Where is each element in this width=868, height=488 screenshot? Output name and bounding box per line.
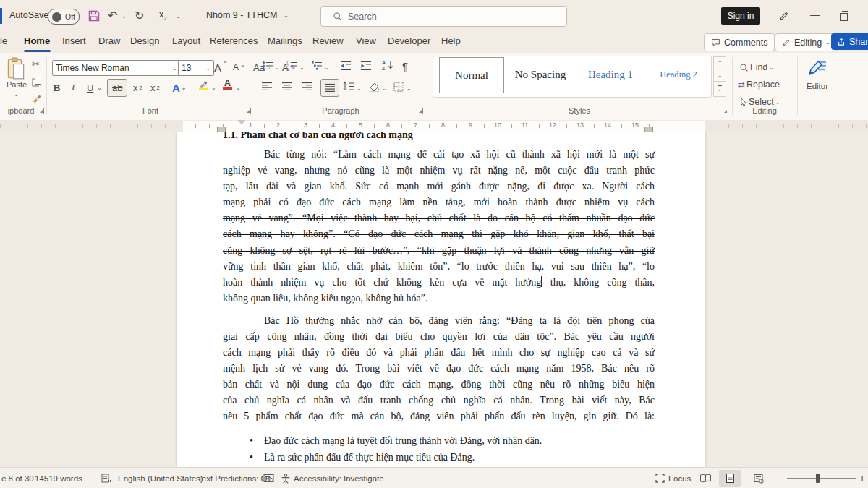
ink-pen-icon[interactable] [778,11,789,22]
decrease-indent-button[interactable] [340,61,352,71]
increase-indent-button[interactable] [360,61,372,71]
undo-button[interactable]: ↶ [108,0,117,32]
shrink-font-button[interactable]: A⌄ [233,59,245,75]
show-hide-pilcrow-button[interactable]: ¶ [402,60,408,72]
shading-button[interactable] [369,82,380,92]
zoom-in-button[interactable]: + [859,468,865,488]
tab-references[interactable]: References [210,35,258,46]
accessibility-icon[interactable] [281,468,291,488]
word-count[interactable]: 14519 words [35,468,82,488]
superscript-button[interactable]: x2 [150,80,160,95]
accessibility-status[interactable]: Accessibility: Investigate [294,468,384,488]
bullets-chevron-icon[interactable]: ⌄ [275,64,280,71]
print-layout-button[interactable] [719,470,741,487]
style-no-spacing[interactable]: No Spacing [506,57,574,92]
undo-chevron-icon[interactable]: ⌄ [122,13,127,20]
subscript-qat-button[interactable]: x2 [159,9,167,22]
style-normal[interactable]: Normal [439,57,504,93]
search-input[interactable]: Search [320,6,567,27]
paste-label[interactable]: Paste [3,80,30,89]
paste-button[interactable] [6,57,26,80]
copy-icon[interactable] [32,76,42,87]
zoom-slider-track[interactable] [787,478,856,479]
tab-review[interactable]: Review [312,35,344,46]
font-family-combo[interactable]: Times New Roman⌄ [52,60,181,76]
clipboard-dialog-launcher-icon[interactable] [38,108,44,114]
font-size-combo[interactable]: 13⌄ [178,60,214,76]
minimize-button[interactable]: — [810,9,820,20]
font-color-button[interactable]: A [223,78,232,94]
styles-scroll-up-button[interactable]: ⌃ [713,56,726,69]
font-color-chevron-icon[interactable]: ⌄ [236,85,241,91]
line-spacing-button[interactable] [343,82,355,91]
read-mode-button[interactable] [694,470,716,487]
editor-icon[interactable] [807,59,827,77]
shading-chevron-icon[interactable]: ⌄ [382,85,387,92]
bullets-button[interactable] [262,61,273,71]
text-predictions-indicator[interactable]: Text Predictions: On [197,468,272,488]
right-indent-marker[interactable] [644,127,653,132]
restore-window-button[interactable] [840,13,848,21]
borders-chevron-icon[interactable]: ⌄ [407,85,412,92]
subscript-button[interactable]: x2 [133,80,142,95]
font-dialog-launcher-icon[interactable] [244,108,251,114]
highlight-chevron-icon[interactable]: ⌄ [211,85,216,91]
align-center-button[interactable] [282,82,293,91]
italic-button[interactable]: I [72,80,75,95]
underline-chevron-icon[interactable]: ⌄ [97,85,102,91]
cut-icon[interactable]: ✂ [32,59,40,69]
customize-qat-icon[interactable]: ⌄ [176,12,181,20]
tab-insert[interactable]: Insert [62,35,86,46]
tab-file[interactable]: le [0,35,7,46]
paste-chevron-icon[interactable]: ⌄ [14,91,19,98]
zoom-slider-thumb[interactable] [816,474,820,483]
align-left-button[interactable] [262,82,273,91]
tab-developer[interactable]: Developer [388,35,430,46]
format-painter-icon[interactable] [32,93,42,103]
document-title[interactable]: Nhóm 9 - TTHCM [206,10,277,20]
multilevel-list-button[interactable] [311,61,323,71]
display-settings-icon[interactable] [263,468,274,488]
save-icon[interactable] [88,10,100,22]
numbering-chevron-icon[interactable]: ⌄ [299,64,305,71]
first-line-indent-marker[interactable] [238,120,245,128]
numbering-button[interactable]: 123 [286,61,298,71]
focus-label[interactable]: Focus [668,468,691,488]
comments-button[interactable]: Comments [704,33,775,51]
text-effects-button[interactable]: A⌄ [172,80,187,95]
spellcheck-icon[interactable] [101,468,112,488]
focus-icon[interactable] [655,468,665,488]
style-heading-1[interactable]: Heading 1 [577,57,644,92]
paragraph-dialog-launcher-icon[interactable] [417,108,423,114]
grow-font-button[interactable]: A⌃ [214,59,228,75]
justify-button-active[interactable] [320,79,339,97]
document-page[interactable]: 1.1. Phẩm chất cơ bản của người cách mạn… [177,132,705,467]
web-layout-button[interactable] [748,470,770,487]
autosave-toggle[interactable]: Off [48,9,80,25]
styles-gallery-expand-button[interactable]: ⌄ [713,81,726,97]
tab-view[interactable]: View [356,35,376,46]
sort-button[interactable]: AZ [382,59,395,71]
editor-button-label[interactable]: Editor [800,82,835,90]
underline-button[interactable]: U [87,80,93,95]
find-button[interactable]: Find⌄ [739,59,774,75]
share-button[interactable]: Share [831,33,868,50]
page-indicator[interactable]: e 8 of 30 [1,468,34,488]
zoom-out-button[interactable]: — [775,468,784,488]
multilevel-chevron-icon[interactable]: ⌄ [324,64,329,71]
styles-dialog-launcher-icon[interactable] [722,108,728,114]
tab-home[interactable]: Home [24,35,50,46]
borders-button[interactable] [393,82,404,92]
bold-button[interactable]: B [54,80,60,95]
tab-mailings[interactable]: Mailings [268,35,302,46]
tab-draw[interactable]: Draw [98,35,120,46]
highlight-color-button[interactable] [198,80,209,90]
tab-design[interactable]: Design [130,35,159,46]
sign-in-button[interactable]: Sign in [721,7,760,25]
redo-button[interactable]: ↻ [135,0,144,32]
tab-layout[interactable]: Layout [172,35,200,46]
editing-mode-button[interactable]: Editing ⌄ [775,33,838,51]
language-indicator[interactable]: English (United States) [118,468,203,488]
left-indent-marker[interactable] [217,127,226,132]
style-heading-2[interactable]: Heading 2 [647,57,710,92]
